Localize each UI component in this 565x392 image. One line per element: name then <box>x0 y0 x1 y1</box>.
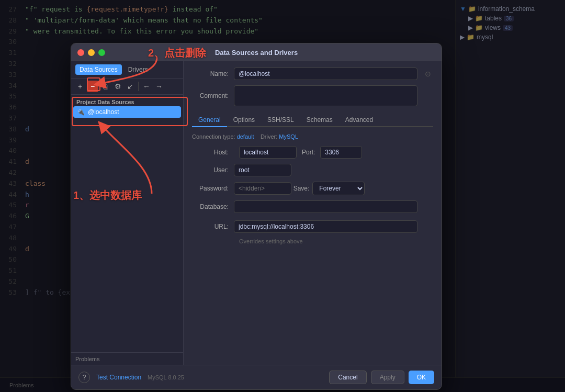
back-button[interactable]: ← <box>141 81 152 92</box>
url-hint: Overrides settings above <box>239 238 433 244</box>
comment-label: Comment: <box>192 92 234 99</box>
database-label: Database: <box>192 203 234 210</box>
comment-input[interactable] <box>234 85 417 106</box>
url-label: URL: <box>192 223 234 230</box>
tab-advanced[interactable]: Advanced <box>339 114 379 127</box>
dialog-titlebar: Data Sources and Drivers <box>71 43 442 61</box>
password-label: Password: <box>192 185 234 192</box>
maximize-button[interactable] <box>98 49 105 56</box>
tab-general[interactable]: General <box>192 114 227 127</box>
port-input[interactable] <box>320 146 362 159</box>
dialog-right-panel: Name: ⊙ Comment: General Options SSH/SSL… <box>184 61 442 365</box>
comment-field-row: Comment: <box>192 85 433 106</box>
datasource-icon: 🔌 <box>77 109 85 116</box>
tab-data-sources[interactable]: Data Sources <box>75 64 122 75</box>
url-input[interactable] <box>234 220 417 233</box>
conn-type-label: Connection type: <box>192 133 235 140</box>
tab-options[interactable]: Options <box>227 114 261 127</box>
driver-label: Driver: <box>261 133 277 140</box>
host-label: Host: <box>192 149 234 156</box>
tab-drivers[interactable]: Drivers <box>124 64 152 75</box>
section-title: Project Data Sources <box>73 98 181 106</box>
name-label: Name: <box>192 70 234 77</box>
toolbar: + − ⎘ ⚙ ↙ ← → <box>71 79 183 95</box>
toolbar-divider <box>138 82 139 91</box>
database-input[interactable] <box>234 200 417 213</box>
data-sources-dialog: Data Sources and Drivers Data Sources Dr… <box>71 43 442 390</box>
tab-schemas[interactable]: Schemas <box>300 114 339 127</box>
name-field-row: Name: ⊙ <box>192 68 433 80</box>
close-button[interactable] <box>77 49 84 56</box>
save-label: Save: <box>293 185 310 192</box>
tab-ssh-ssl[interactable]: SSH/SSL <box>261 114 300 127</box>
forward-button[interactable]: → <box>153 81 165 92</box>
problems-label: Problems <box>75 356 99 362</box>
help-button[interactable]: ? <box>78 372 90 383</box>
dialog-left-panel: Data Sources Drivers + − ⎘ ⚙ ↙ ← → Proje… <box>71 61 184 365</box>
tree-section: Project Data Sources 🔌 @localhost <box>71 95 183 352</box>
password-input[interactable] <box>234 182 291 195</box>
database-field-row: Database: <box>192 200 433 213</box>
user-input[interactable] <box>234 164 291 176</box>
apply-button[interactable]: Apply <box>371 371 404 384</box>
import-button[interactable]: ↙ <box>125 81 136 92</box>
dialog-title: Data Sources and Drivers <box>215 49 298 57</box>
minimize-button[interactable] <box>88 49 95 56</box>
datasource-label: @localhost <box>88 108 119 116</box>
traffic-lights <box>77 49 105 56</box>
connection-info: Connection type: default Driver: MySQL <box>192 133 433 140</box>
copy-datasource-button[interactable]: ⎘ <box>99 81 111 92</box>
name-input[interactable] <box>234 68 417 80</box>
datasource-node-localhost[interactable]: 🔌 @localhost <box>73 106 181 118</box>
problems-area: Problems <box>71 352 183 365</box>
user-field-row: User: <box>192 164 433 176</box>
cancel-button[interactable]: Cancel <box>329 371 366 384</box>
left-panel-header: Data Sources Drivers <box>71 61 183 79</box>
conn-type-value[interactable]: default <box>237 133 254 140</box>
config-tabs-row: General Options SSH/SSL Schemas Advanced <box>192 114 433 127</box>
dialog-body: Data Sources Drivers + − ⎘ ⚙ ↙ ← → Proje… <box>71 61 442 365</box>
footer-right: Cancel Apply OK <box>329 371 434 384</box>
save-select[interactable]: Forever Until restart Never <box>312 182 365 195</box>
settings-button[interactable]: ⚙ <box>112 81 123 92</box>
port-label: Port: <box>302 149 315 156</box>
test-connection-link[interactable]: Test Connection <box>96 374 141 381</box>
host-port-row: Host: Port: <box>192 146 433 159</box>
name-clear-icon[interactable]: ⊙ <box>425 70 431 78</box>
user-label: User: <box>192 166 234 174</box>
mysql-version: MySQL 8.0.25 <box>148 374 184 380</box>
host-input[interactable] <box>239 146 297 159</box>
url-field-row: URL: <box>192 220 433 233</box>
footer-left: ? Test Connection MySQL 8.0.25 <box>78 372 184 383</box>
driver-value[interactable]: MySQL <box>279 133 298 140</box>
url-section: URL: Overrides settings above <box>192 220 433 244</box>
password-field-row: Password: Save: Forever Until restart Ne… <box>192 182 433 195</box>
dialog-footer: ? Test Connection MySQL 8.0.25 Cancel Ap… <box>71 365 442 389</box>
ok-button[interactable]: OK <box>409 371 434 384</box>
remove-datasource-button[interactable]: − <box>87 81 98 92</box>
add-datasource-button[interactable]: + <box>74 81 86 92</box>
